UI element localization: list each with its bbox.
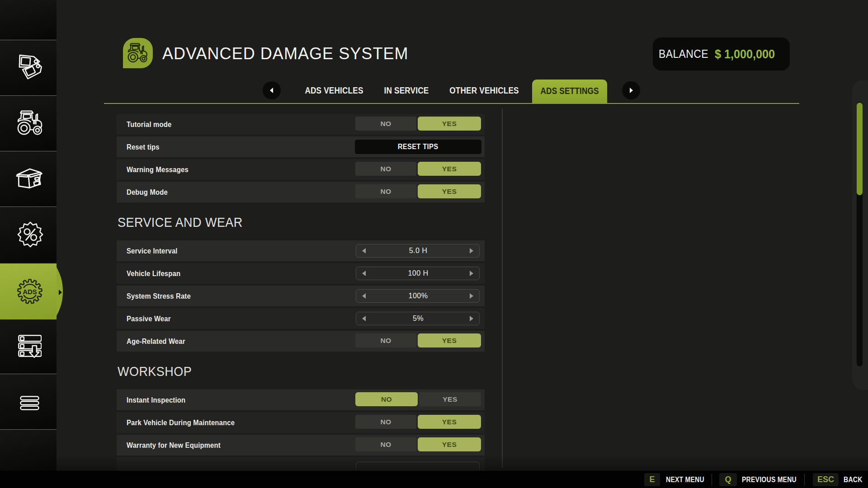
- svg-text:ADS: ADS: [23, 288, 37, 296]
